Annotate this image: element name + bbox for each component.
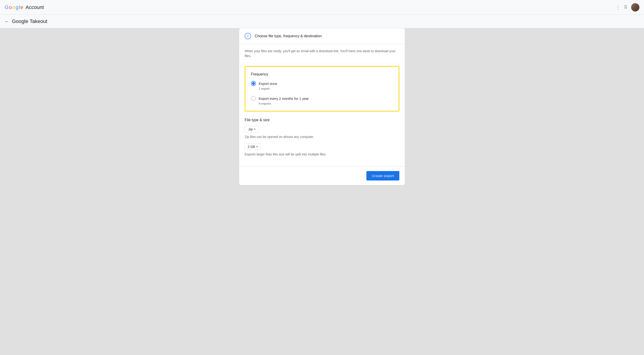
step-badge: 2 (245, 33, 251, 39)
email-notice: When your files are ready, you'll get an… (239, 44, 405, 63)
file-size-dropdown[interactable]: 2 GB ▾ (245, 143, 261, 150)
export-recurring-label: Export every 2 months for 1 year (259, 97, 309, 100)
main-content: 2 Choose file type, frequency & destinat… (0, 28, 644, 194)
file-size-value: 2 GB (248, 145, 255, 149)
google-g: G (4, 4, 8, 10)
header-logo: Google Account (4, 4, 44, 10)
google-o1: o (9, 4, 12, 10)
google-logo: Google (4, 4, 23, 10)
export-recurring-row[interactable]: Export every 2 months for 1 year (251, 96, 393, 101)
header-account-text: Account (26, 4, 44, 10)
google-o2: o (12, 4, 15, 10)
google-e: e (20, 4, 23, 10)
main-card: 2 Choose file type, frequency & destinat… (239, 28, 405, 185)
radio-inner-dot (252, 82, 255, 85)
size-dropdown-arrow-icon: ▾ (256, 145, 258, 148)
step-label: Choose file type, frequency & destinatio… (255, 34, 322, 38)
file-format-value: .zip (248, 127, 253, 131)
app-header: Google Account ⋮ ⠿ (0, 0, 644, 15)
avatar-image (631, 3, 640, 11)
back-arrow-icon[interactable]: ← (4, 19, 9, 24)
file-type-title: File type & size (245, 118, 399, 122)
export-recurring-option: Export every 2 months for 1 year 6 expor… (251, 96, 393, 105)
google-g2: g (16, 4, 18, 10)
file-type-section: File type & size .zip ▾ Zip files can be… (239, 114, 405, 166)
card-footer: Create export (239, 166, 405, 185)
export-once-radio[interactable] (251, 81, 256, 86)
avatar[interactable] (631, 3, 640, 11)
file-size-desc: Exports larger than this size will be sp… (245, 152, 399, 156)
export-once-option: Export once 1 export (251, 81, 393, 90)
page-title-bar: ← Google Takeout (0, 15, 644, 28)
export-once-sublabel: 1 export (259, 87, 393, 90)
file-format-desc: Zip files can be opened on almost any co… (245, 135, 399, 139)
create-export-button[interactable]: Create export (366, 171, 399, 180)
page-title: Google Takeout (12, 18, 48, 24)
export-recurring-sublabel: 6 exports (259, 102, 393, 105)
export-recurring-radio[interactable] (251, 96, 256, 101)
frequency-title: Frequency (251, 72, 393, 76)
export-once-label: Export once (259, 82, 277, 85)
grid-icon[interactable]: ⠿ (624, 4, 628, 10)
step-header: 2 Choose file type, frequency & destinat… (239, 28, 405, 44)
frequency-section: Frequency Export once 1 export Export ev… (245, 66, 399, 111)
format-dropdown-arrow-icon: ▾ (254, 128, 256, 131)
export-once-row[interactable]: Export once (251, 81, 393, 86)
more-options-icon[interactable]: ⋮ (616, 4, 620, 10)
header-actions: ⋮ ⠿ (616, 3, 640, 11)
google-l: l (19, 4, 20, 10)
file-format-dropdown[interactable]: .zip ▾ (245, 126, 258, 133)
